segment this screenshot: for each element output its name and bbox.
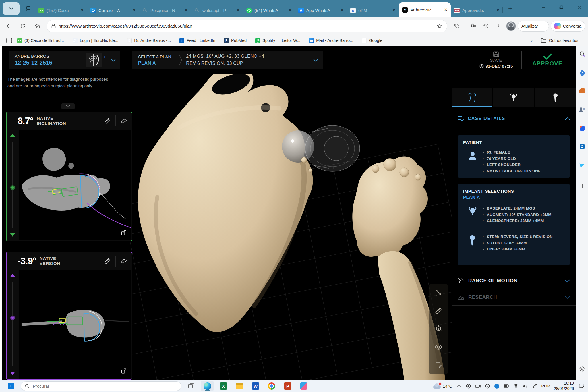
hidden-icons-chevron[interactable] bbox=[456, 383, 462, 389]
tab-search-button[interactable] bbox=[3, 2, 20, 15]
taskbar-chrome[interactable] bbox=[265, 381, 278, 391]
slider-up-arrow[interactable] bbox=[10, 134, 15, 137]
save-button[interactable]: SAVE 31-DEC 07:15 bbox=[472, 51, 520, 69]
favorite-star-icon[interactable] bbox=[435, 21, 445, 31]
url-text[interactable]: https://www.arthrexvip.com/cases/6942f38… bbox=[59, 24, 435, 29]
tab-approved-pdf[interactable]: PDF Approved.s ✕ bbox=[451, 3, 503, 17]
taskbar-file-explorer[interactable] bbox=[233, 381, 246, 391]
slider-down-arrow[interactable] bbox=[10, 372, 15, 375]
tab-humeral-implant[interactable] bbox=[535, 88, 576, 107]
edge-sync-icon[interactable] bbox=[494, 383, 500, 389]
plan-selector[interactable]: SELECT A PLAN PLAN A 24 MGS, 10° AUG +2,… bbox=[132, 51, 323, 69]
minimize-button[interactable] bbox=[535, 0, 552, 15]
tab-correio[interactable]: Correio – A ✕ bbox=[87, 3, 139, 17]
tab-full-joint[interactable] bbox=[452, 88, 492, 107]
wifi-icon[interactable] bbox=[513, 383, 519, 389]
approve-button[interactable]: APPROVE bbox=[523, 53, 572, 67]
maximize-button[interactable] bbox=[552, 0, 570, 15]
ruler-tool-button[interactable] bbox=[99, 256, 115, 267]
camera-icon[interactable] bbox=[475, 383, 481, 389]
taskbar-clock[interactable]: 16:19 28/01/2026 bbox=[554, 381, 574, 391]
slider-up-arrow[interactable] bbox=[10, 274, 15, 277]
adjust-implant-button[interactable] bbox=[429, 284, 448, 302]
patient-selector[interactable]: ANDRE BARROS 12-25-12-2516 L bbox=[9, 51, 120, 69]
shopping-tag-icon[interactable] bbox=[579, 69, 586, 76]
record-icon[interactable] bbox=[466, 383, 471, 389]
bookmark-pubmed[interactable]: PPubMed bbox=[224, 38, 247, 43]
new-tab-button[interactable]: + bbox=[504, 3, 516, 14]
copilot-button[interactable]: Conversa bbox=[551, 21, 585, 32]
task-view-button[interactable] bbox=[185, 381, 198, 391]
ruler-tool-button[interactable] bbox=[99, 115, 115, 126]
start-button[interactable] bbox=[5, 381, 17, 391]
tab-pesquisa[interactable]: Pesquisa - N ✕ bbox=[139, 3, 191, 17]
sidebar-search-icon[interactable] bbox=[579, 51, 586, 57]
tab-arthrexvip-active[interactable]: ArthrexVIP ✕ bbox=[399, 2, 451, 17]
measure-button[interactable] bbox=[429, 302, 448, 320]
tab-groups-icon[interactable] bbox=[22, 3, 34, 14]
inclination-ct-image[interactable] bbox=[19, 130, 131, 240]
tab-whatsapp[interactable]: (54) WhatsA ✕ bbox=[243, 3, 295, 17]
tab-epm[interactable]: e ePM ✕ bbox=[347, 3, 399, 17]
toolbox-icon[interactable] bbox=[579, 88, 586, 95]
outlook-icon[interactable] bbox=[579, 143, 586, 150]
volume-icon[interactable] bbox=[523, 383, 528, 389]
battery-icon[interactable] bbox=[504, 383, 509, 389]
add-sidebar-item-icon[interactable] bbox=[579, 183, 586, 190]
inclination-slice-slider[interactable] bbox=[7, 130, 19, 241]
slider-knob[interactable] bbox=[10, 316, 15, 320]
refresh-button[interactable] bbox=[17, 20, 29, 32]
history-icon[interactable] bbox=[481, 21, 492, 32]
expand-panel-button[interactable] bbox=[119, 228, 128, 237]
protractor-tool-button[interactable] bbox=[115, 115, 132, 126]
taskbar-excel[interactable]: X bbox=[217, 381, 230, 391]
tab-watssapt[interactable]: watssapt - P ✕ bbox=[191, 3, 243, 17]
tab-app-whatsapp[interactable]: A App WhatsA ✕ bbox=[295, 3, 347, 17]
back-button[interactable] bbox=[2, 20, 14, 32]
taskbar-paint[interactable] bbox=[297, 381, 310, 391]
tab-caixa[interactable]: (157) Caixa ✕ bbox=[35, 3, 87, 17]
taskbar-edge[interactable] bbox=[201, 381, 214, 391]
close-icon[interactable]: ✕ bbox=[183, 8, 189, 13]
do-not-disturb-icon[interactable] bbox=[485, 383, 490, 389]
slider-track[interactable] bbox=[12, 282, 13, 366]
version-ct-image[interactable] bbox=[19, 270, 131, 379]
close-icon[interactable]: ✕ bbox=[235, 8, 241, 13]
close-icon[interactable]: ✕ bbox=[131, 8, 137, 13]
collapse-panels-button[interactable] bbox=[61, 103, 75, 109]
bookmark-linkedin[interactable]: inFeed | LinkedIn bbox=[179, 38, 215, 43]
microsoft-365-icon[interactable] bbox=[579, 125, 586, 132]
bookmark-google[interactable]: GGoogle bbox=[362, 38, 382, 43]
slider-knob[interactable] bbox=[10, 185, 15, 190]
other-favorites-folder[interactable]: Outros favoritos bbox=[541, 38, 578, 43]
update-browser-button[interactable]: Atualizar bbox=[518, 21, 549, 32]
case-notes-button[interactable] bbox=[429, 356, 448, 374]
bookmark-andre-barros[interactable]: BDr. André Barros -... bbox=[127, 38, 171, 43]
pen-icon[interactable] bbox=[532, 383, 538, 389]
shopping-tag-icon[interactable] bbox=[451, 21, 462, 32]
send-icon[interactable] bbox=[579, 161, 586, 168]
address-bar[interactable]: https://www.arthrexvip.com/cases/6942f38… bbox=[47, 20, 447, 32]
close-icon[interactable]: ✕ bbox=[391, 8, 396, 13]
notification-center-icon[interactable] bbox=[578, 383, 585, 389]
protractor-tool-button[interactable] bbox=[115, 256, 132, 267]
close-icon[interactable]: ✕ bbox=[339, 8, 345, 13]
taskbar-search[interactable] bbox=[21, 381, 181, 391]
close-icon[interactable]: ✕ bbox=[80, 8, 85, 13]
taskbar-word[interactable]: W bbox=[249, 381, 262, 391]
close-icon[interactable]: ✕ bbox=[495, 8, 500, 13]
close-icon[interactable]: ✕ bbox=[443, 7, 448, 12]
profile-avatar[interactable] bbox=[506, 21, 516, 31]
tab-glenoid-implant[interactable] bbox=[493, 88, 534, 107]
language-indicator[interactable]: POR bbox=[541, 384, 550, 388]
case-details-header[interactable]: CASE DETAILS bbox=[452, 111, 576, 127]
research-header[interactable]: RESEARCH bbox=[452, 289, 576, 306]
expand-panel-button[interactable] bbox=[119, 366, 128, 376]
3d-viewport[interactable] bbox=[130, 73, 452, 380]
version-slice-slider[interactable] bbox=[7, 270, 19, 379]
bookmark-spotify[interactable]: Spotify — Leitor W... bbox=[255, 38, 300, 43]
home-button[interactable] bbox=[31, 20, 43, 32]
bookmark-mail[interactable]: Mail - André Barro... bbox=[309, 38, 353, 43]
favorites-icon[interactable] bbox=[468, 21, 479, 32]
bookmarks-overflow-chevron[interactable]: › bbox=[531, 38, 533, 43]
